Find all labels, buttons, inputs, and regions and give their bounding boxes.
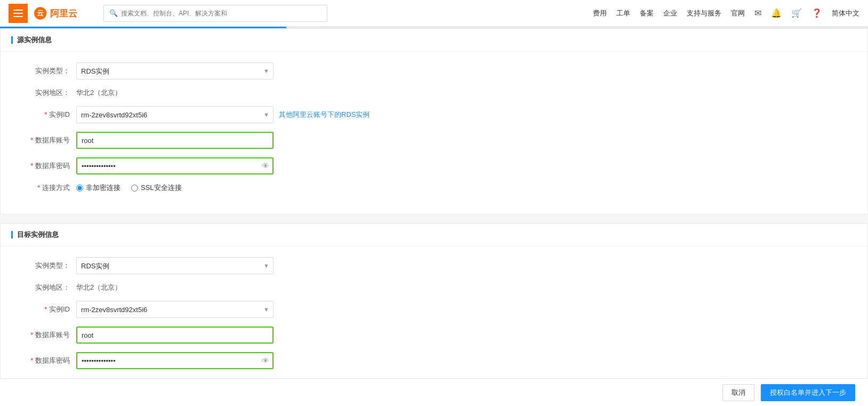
source-radio-ssl[interactable]: SSL安全连接 <box>131 183 182 193</box>
cancel-button[interactable]: 取消 <box>722 384 754 401</box>
target-db-password-label: 数据库密码 <box>22 356 70 365</box>
menu-button[interactable] <box>9 4 28 23</box>
nav-item-ticket[interactable]: 工单 <box>616 9 630 18</box>
top-navigation: 云 阿里云 🔍 费用 工单 备案 企业 支持与服务 官网 ✉ 🔔 🛒 ❓ 简体中… <box>0 0 868 27</box>
nav-item-record[interactable]: 备案 <box>640 9 654 18</box>
source-instance-id-row: 实例ID rm-2zev8svrtd92xt5i6 ▼ 其他阿里云账号下的RDS… <box>22 106 846 123</box>
nav-item-cost[interactable]: 费用 <box>593 9 607 18</box>
source-db-password-row: 数据库密码 👁 <box>22 157 846 174</box>
hamburger-icon <box>13 10 23 17</box>
source-instance-type-row: 实例类型： RDS实例 ▼ <box>22 62 846 79</box>
target-instance-type-label: 实例类型： <box>22 261 70 270</box>
source-radio-no-encrypt-label: 非加密连接 <box>86 183 120 193</box>
target-region-value: 华北2（北京） <box>76 283 122 292</box>
source-db-account-label: 数据库账号 <box>22 136 70 145</box>
nav-right: 费用 工单 备案 企业 支持与服务 官网 ✉ 🔔 🛒 ❓ 简体中文 <box>593 8 859 18</box>
source-instance-id-label: 实例ID <box>22 110 70 120</box>
target-instance-id-select[interactable]: rm-2zev8svrtd92xt5i6 <box>76 301 274 318</box>
source-connection-row: 连接方式 非加密连接 SSL安全连接 <box>22 183 846 193</box>
next-button[interactable]: 授权白名单并进入下一步 <box>761 384 855 401</box>
nav-item-enterprise[interactable]: 企业 <box>663 9 677 18</box>
nav-item-support[interactable]: 支持与服务 <box>687 9 721 18</box>
target-db-account-label: 数据库账号 <box>22 330 70 340</box>
source-other-account-link[interactable]: 其他阿里云账号下的RDS实例 <box>279 110 369 120</box>
target-instance-id-wrap: rm-2zev8svrtd92xt5i6 ▼ <box>76 301 274 318</box>
source-instance-section: 源实例信息 实例类型： RDS实例 ▼ 实例地区： 华北2（北京） 实例I <box>0 28 868 214</box>
bell-icon[interactable]: 🔔 <box>771 8 782 18</box>
source-radio-group: 非加密连接 SSL安全连接 <box>76 183 182 193</box>
source-section-body: 实例类型： RDS实例 ▼ 实例地区： 华北2（北京） 实例ID <box>1 52 867 214</box>
message-icon[interactable]: ✉ <box>754 8 761 18</box>
target-instance-id-label: 实例ID <box>22 305 70 314</box>
source-db-account-row: 数据库账号 <box>22 132 846 149</box>
search-bar[interactable]: 🔍 <box>103 5 327 22</box>
target-db-password-input[interactable] <box>76 352 274 369</box>
source-connection-label: 连接方式 <box>22 183 70 193</box>
main-content: 源实例信息 实例类型： RDS实例 ▼ 实例地区： 华北2（北京） 实例I <box>0 28 868 406</box>
target-section-title: 目标实例信息 <box>17 230 59 240</box>
source-instance-id-wrap: rm-2zev8svrtd92xt5i6 ▼ 其他阿里云账号下的RDS实例 <box>76 106 369 123</box>
target-instance-type-row: 实例类型： RDS实例 ▼ <box>22 257 846 274</box>
target-db-account-row: 数据库账号 <box>22 327 846 344</box>
source-db-account-input[interactable] <box>76 132 274 149</box>
target-db-password-row: 数据库密码 👁 <box>22 352 846 369</box>
source-eye-icon[interactable]: 👁 <box>262 162 269 170</box>
source-radio-no-encrypt-input[interactable] <box>76 185 83 192</box>
help-icon[interactable]: ❓ <box>811 8 822 18</box>
target-region-label: 实例地区： <box>22 283 70 292</box>
source-instance-type-select[interactable]: RDS实例 <box>76 62 274 79</box>
target-eye-icon[interactable]: 👁 <box>262 356 269 365</box>
target-instance-type-select-wrap: RDS实例 ▼ <box>76 257 274 274</box>
source-instance-id-select[interactable]: rm-2zev8svrtd92xt5i6 <box>76 106 274 123</box>
svg-text:阿里云: 阿里云 <box>50 8 77 18</box>
target-db-account-input[interactable] <box>76 327 274 344</box>
target-instance-id-row: 实例ID rm-2zev8svrtd92xt5i6 ▼ <box>22 301 846 318</box>
source-radio-ssl-label: SSL安全连接 <box>141 183 182 193</box>
source-instance-type-select-wrap: RDS实例 ▼ <box>76 62 274 79</box>
lang-switch[interactable]: 简体中文 <box>832 9 859 18</box>
cart-icon[interactable]: 🛒 <box>791 8 802 18</box>
footer-bar: 取消 授权白名单并进入下一步 <box>0 378 868 406</box>
source-section-header: 源实例信息 <box>1 29 867 52</box>
source-region-label: 实例地区： <box>22 88 70 98</box>
svg-text:云: 云 <box>37 9 44 17</box>
search-icon: 🔍 <box>109 9 118 17</box>
logo-area: 云 阿里云 <box>34 5 87 22</box>
target-region-row: 实例地区： 华北2（北京） <box>22 283 846 292</box>
source-radio-ssl-input[interactable] <box>131 185 138 192</box>
source-region-row: 实例地区： 华北2（北京） <box>22 88 846 98</box>
source-region-value: 华北2（北京） <box>76 88 122 98</box>
source-instance-type-label: 实例类型： <box>22 66 70 76</box>
search-input[interactable] <box>121 10 322 17</box>
source-radio-no-encrypt[interactable]: 非加密连接 <box>76 183 120 193</box>
target-instance-type-select[interactable]: RDS实例 <box>76 257 274 274</box>
source-password-wrap: 👁 <box>76 157 274 174</box>
source-db-password-input[interactable] <box>76 157 274 174</box>
target-password-wrap: 👁 <box>76 352 274 369</box>
source-section-title: 源实例信息 <box>17 35 52 45</box>
nav-item-official[interactable]: 官网 <box>731 9 745 18</box>
aliyun-logo: 云 阿里云 <box>34 5 87 22</box>
source-db-password-label: 数据库密码 <box>22 161 70 171</box>
target-section-header: 目标实例信息 <box>1 224 867 246</box>
